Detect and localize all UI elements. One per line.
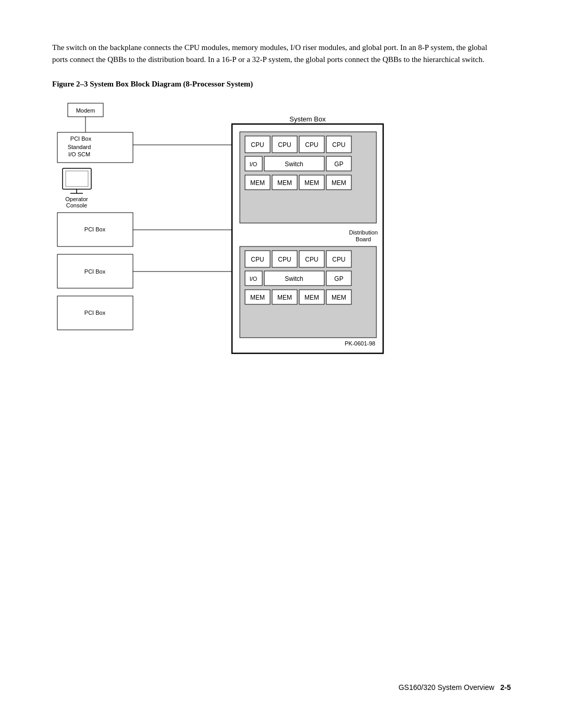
svg-text:MEM: MEM	[277, 179, 292, 187]
svg-text:CPU: CPU	[278, 256, 291, 263]
svg-text:PCI Box: PCI Box	[84, 310, 106, 316]
footer: GS160/320 System Overview 2-5	[398, 683, 511, 692]
diagram-container: Modem PCI Box Standard I/O SCM Operator …	[52, 98, 500, 371]
svg-text:Distribution: Distribution	[349, 229, 377, 236]
svg-text:PCI Box: PCI Box	[84, 226, 106, 232]
svg-text:I/O: I/O	[250, 276, 258, 282]
svg-text:PK-0601-98: PK-0601-98	[345, 340, 375, 347]
svg-text:CPU: CPU	[251, 256, 264, 263]
svg-text:I/O: I/O	[250, 161, 258, 167]
svg-text:CPU: CPU	[278, 141, 291, 149]
svg-text:PCI Box: PCI Box	[70, 135, 92, 142]
body-paragraph: The switch on the backplane connects the…	[52, 42, 500, 65]
svg-text:MEM: MEM	[250, 179, 265, 187]
svg-text:CPU: CPU	[332, 141, 345, 149]
svg-text:GP: GP	[334, 161, 343, 168]
svg-rect-9	[66, 171, 88, 187]
svg-text:Board: Board	[356, 236, 371, 242]
svg-text:Operator: Operator	[65, 196, 88, 202]
svg-text:MEM: MEM	[304, 179, 319, 187]
svg-text:PCI Box: PCI Box	[84, 268, 106, 275]
svg-text:MEM: MEM	[304, 294, 319, 301]
svg-text:I/O SCM: I/O SCM	[68, 151, 90, 157]
svg-text:CPU: CPU	[305, 141, 318, 149]
svg-text:Switch: Switch	[285, 161, 303, 168]
svg-text:MEM: MEM	[332, 294, 346, 301]
svg-text:Modem: Modem	[76, 107, 95, 114]
svg-text:MEM: MEM	[277, 294, 292, 301]
svg-text:MEM: MEM	[250, 294, 265, 301]
svg-text:CPU: CPU	[332, 256, 345, 263]
svg-text:System Box: System Box	[289, 115, 326, 123]
footer-page: 2-5	[500, 683, 511, 692]
svg-text:MEM: MEM	[332, 179, 346, 187]
svg-text:Console: Console	[66, 202, 87, 208]
svg-text:GP: GP	[334, 275, 343, 282]
svg-text:Standard: Standard	[68, 144, 91, 150]
svg-text:CPU: CPU	[305, 256, 318, 263]
svg-text:CPU: CPU	[251, 141, 264, 149]
footer-text: GS160/320 System Overview	[398, 683, 494, 692]
figure-caption: Figure 2–3 System Box Block Diagram (8-P…	[52, 80, 511, 89]
system-diagram: Modem PCI Box Standard I/O SCM Operator …	[52, 98, 500, 369]
svg-text:Switch: Switch	[285, 275, 303, 282]
